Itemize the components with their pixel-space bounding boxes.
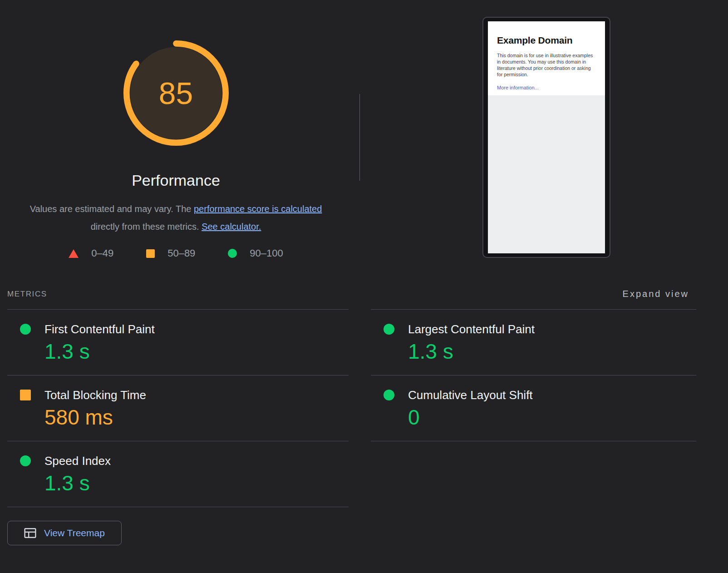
metric-first-contentful-paint: First Contentful Paint 1.3 s: [7, 309, 349, 375]
section-divider: [359, 94, 360, 181]
screenshot-page-body: This domain is for use in illustrative e…: [497, 52, 594, 78]
pass-circle-icon: [20, 324, 31, 335]
metrics-section-title: METRICS: [7, 290, 47, 299]
average-square-icon: [146, 249, 155, 258]
metrics-header: METRICS Expand view: [7, 289, 696, 299]
metric-name: First Contentful Paint: [44, 322, 155, 336]
metric-largest-contentful-paint: Largest Contentful Paint 1.3 s: [371, 309, 696, 375]
score-disclaimer: Values are estimated and may vary. The p…: [29, 200, 324, 236]
metric-total-blocking-time: Total Blocking Time 580 ms: [7, 375, 349, 441]
metric-value: 580 ms: [44, 406, 349, 428]
legend-label: 90–100: [250, 247, 283, 259]
pass-circle-icon: [20, 455, 31, 466]
performance-gauge[interactable]: 85: [123, 40, 229, 146]
column-divider: [371, 441, 696, 441]
legend-label: 50–89: [167, 247, 195, 259]
metric-value: 1.3 s: [44, 341, 349, 362]
metric-value: 1.3 s: [408, 341, 696, 362]
treemap-button-row: View Treemap: [7, 521, 349, 545]
average-square-icon: [20, 390, 31, 400]
metric-name: Largest Contentful Paint: [408, 322, 535, 336]
metric-value: 0: [408, 406, 696, 428]
pass-circle-icon: [384, 390, 394, 400]
expand-view-button[interactable]: Expand view: [623, 289, 689, 299]
score-legend: 0–49 50–89 90–100: [52, 247, 300, 259]
legend-item-pass: 90–100: [228, 247, 283, 259]
page-screenshot-thumbnail: Example Domain This domain is for use in…: [482, 17, 610, 258]
metric-name: Cumulative Layout Shift: [408, 388, 533, 402]
legend-item-fail: 0–49: [69, 247, 113, 259]
column-divider: [7, 507, 349, 507]
disclaimer-text: Values are estimated and may vary. The: [30, 204, 194, 214]
metrics-column-left: First Contentful Paint 1.3 s Total Block…: [7, 309, 349, 545]
pass-circle-icon: [384, 324, 394, 335]
see-calculator-link[interactable]: See calculator.: [202, 222, 261, 232]
view-treemap-button[interactable]: View Treemap: [7, 521, 122, 545]
screenshot-content: Example Domain This domain is for use in…: [488, 21, 605, 95]
treemap-icon: [24, 528, 36, 538]
lighthouse-performance-report: 85 Performance Values are estimated and …: [0, 0, 728, 573]
metric-name: Total Blocking Time: [44, 388, 146, 402]
screenshot-page-title: Example Domain: [497, 35, 594, 46]
metrics-section: METRICS Expand view First Contentful Pai…: [7, 289, 696, 545]
metrics-grid: First Contentful Paint 1.3 s Total Block…: [7, 309, 696, 545]
metric-value: 1.3 s: [44, 472, 349, 494]
score-summary: 85 Performance Values are estimated and …: [0, 0, 352, 259]
pass-circle-icon: [228, 249, 237, 258]
metric-name: Speed Index: [44, 454, 111, 468]
category-title: Performance: [132, 172, 220, 189]
performance-score-calculated-link[interactable]: performance score is calculated: [194, 204, 322, 214]
legend-item-average: 50–89: [146, 247, 195, 259]
metrics-column-right: Largest Contentful Paint 1.3 s Cumulativ…: [371, 309, 696, 441]
legend-label: 0–49: [91, 247, 113, 259]
fail-triangle-icon: [69, 249, 79, 258]
metric-cumulative-layout-shift: Cumulative Layout Shift 0: [371, 375, 696, 441]
view-treemap-label: View Treemap: [44, 528, 105, 538]
performance-score: 85: [123, 40, 229, 146]
metric-speed-index: Speed Index 1.3 s: [7, 441, 349, 507]
disclaimer-text: directly from these metrics.: [91, 222, 202, 232]
screenshot-page-link: More information...: [497, 85, 594, 90]
screenshot-page: Example Domain This domain is for use in…: [488, 21, 605, 253]
